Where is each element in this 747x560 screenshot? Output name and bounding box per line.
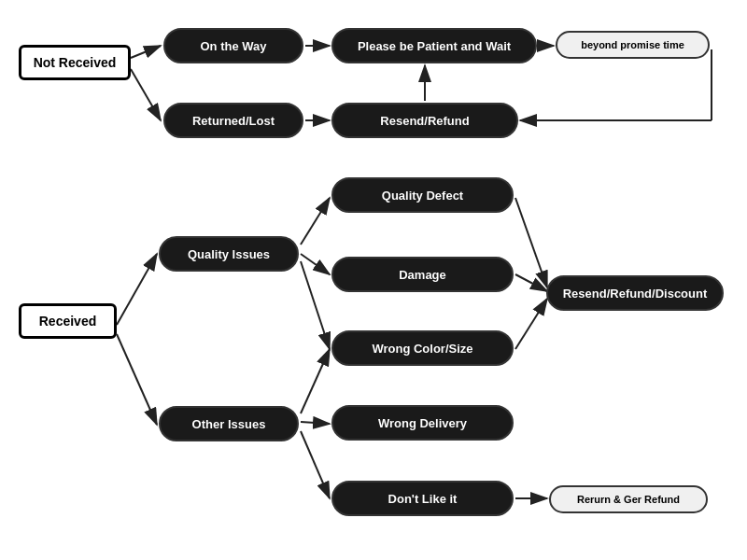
- resend-refund-discount-node: Resend/Refund/Discount: [546, 275, 724, 311]
- not-received-node: Not Received: [19, 45, 131, 80]
- svg-line-16: [301, 431, 330, 498]
- wrong-color-label: Wrong Color/Size: [372, 342, 472, 356]
- quality-issues-label: Quality Issues: [188, 247, 270, 261]
- svg-line-12: [301, 254, 330, 274]
- svg-line-13: [301, 261, 330, 349]
- received-label: Received: [39, 314, 96, 329]
- quality-defect-label: Quality Defect: [382, 189, 463, 203]
- damage-label: Damage: [399, 268, 446, 282]
- return-refund-node: Rerurn & Ger Refund: [549, 485, 708, 513]
- resend-refund-top-label: Resend/Refund: [380, 114, 469, 128]
- beyond-promise-label: beyond promise time: [581, 39, 684, 50]
- dont-like-label: Don't Like it: [388, 492, 458, 506]
- returned-lost-label: Returned/Lost: [192, 114, 275, 128]
- svg-line-11: [301, 198, 330, 245]
- svg-line-1: [131, 46, 161, 58]
- svg-line-10: [117, 334, 157, 425]
- svg-line-14: [301, 422, 330, 424]
- please-wait-node: Please be Patient and Wait: [331, 28, 537, 63]
- other-issues-label: Other Issues: [192, 417, 266, 431]
- return-refund-label: Rerurn & Ger Refund: [577, 494, 680, 505]
- other-issues-node: Other Issues: [159, 406, 299, 441]
- resend-refund-top-node: Resend/Refund: [331, 103, 518, 138]
- damage-node: Damage: [331, 257, 514, 292]
- svg-line-17: [515, 198, 547, 287]
- on-the-way-label: On the Way: [200, 39, 266, 53]
- not-received-label: Not Received: [34, 55, 117, 70]
- please-wait-label: Please be Patient and Wait: [358, 39, 511, 53]
- beyond-promise-node: beyond promise time: [556, 31, 710, 59]
- resend-refund-discount-label: Resend/Refund/Discount: [563, 287, 708, 301]
- wrong-delivery-label: Wrong Delivery: [378, 416, 467, 430]
- wrong-color-node: Wrong Color/Size: [331, 330, 514, 366]
- dont-like-node: Don't Like it: [331, 481, 514, 516]
- quality-issues-node: Quality Issues: [159, 236, 299, 272]
- svg-line-9: [117, 254, 157, 325]
- quality-defect-node: Quality Defect: [331, 177, 514, 213]
- on-the-way-node: On the Way: [163, 28, 303, 63]
- received-node: Received: [19, 303, 117, 339]
- svg-line-19: [515, 299, 547, 349]
- svg-line-18: [515, 274, 547, 291]
- wrong-delivery-node: Wrong Delivery: [331, 405, 514, 441]
- svg-line-2: [131, 69, 161, 120]
- returned-lost-node: Returned/Lost: [163, 103, 303, 138]
- svg-line-15: [301, 349, 330, 413]
